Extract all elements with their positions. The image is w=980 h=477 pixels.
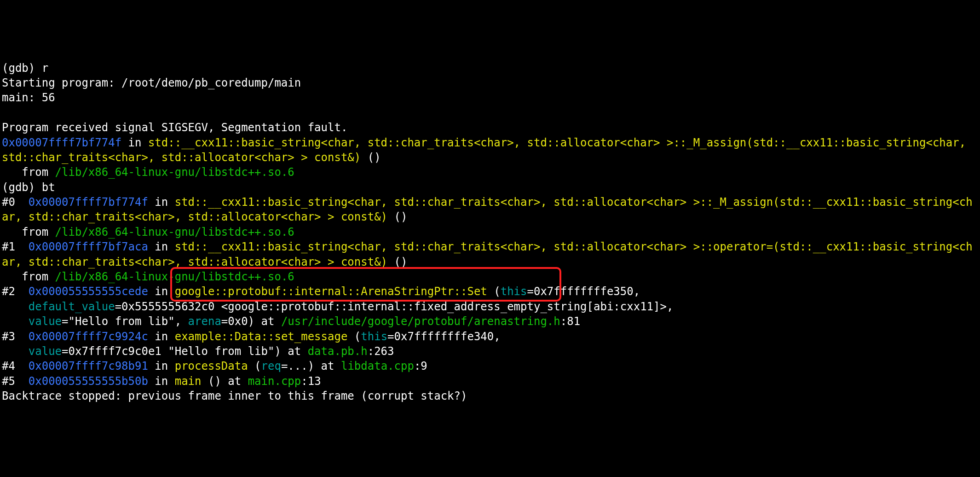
terminal-output: (gdb) r Starting program: /root/demo/pb_…	[2, 61, 978, 404]
in-keyword: in	[148, 196, 175, 209]
in-keyword: in	[148, 285, 175, 298]
in-keyword: in	[148, 360, 175, 372]
frame-5-address: 0x000055555555b50b	[29, 375, 148, 388]
indent	[2, 315, 29, 328]
paren-open: (	[347, 330, 361, 343]
param-value: ="Hello from lib",	[62, 315, 188, 328]
in-keyword: in	[148, 240, 175, 253]
parens: ()	[387, 256, 407, 268]
param-this: this	[501, 285, 527, 298]
frame-3-function: example::Data::set_message	[175, 330, 348, 343]
frame-2-function: google::protobuf::internal::ArenaStringP…	[175, 285, 487, 298]
indent	[2, 300, 29, 313]
from-keyword: from	[2, 166, 55, 179]
paren-open: (	[248, 360, 261, 372]
indent	[2, 345, 29, 358]
frame-number-0: #0	[2, 196, 29, 209]
param-value: =...) at	[281, 360, 341, 372]
from-keyword: from	[2, 270, 55, 283]
frame-3-line: :263	[368, 345, 394, 358]
from-keyword: from	[2, 226, 55, 238]
frame-0-path: /lib/x86_64-linux-gnu/libstdc++.so.6	[55, 226, 294, 238]
frame-number-3: #3	[2, 330, 29, 343]
frame-number-5: #5	[2, 375, 29, 388]
param-default-value: default_value	[29, 300, 115, 313]
crash-address: 0x00007ffff7bf774f	[2, 136, 121, 149]
frame-number-1: #1	[2, 240, 29, 253]
frame-2-line: :81	[560, 315, 580, 328]
param-value: =0x7ffffffffe350,	[527, 285, 647, 298]
frame-0-address: 0x00007ffff7bf774f	[29, 196, 148, 209]
frame-5-file: main.cpp	[248, 375, 301, 388]
gdb-cmd-run: r	[42, 62, 48, 75]
frame-4-line: :9	[414, 360, 427, 372]
in-keyword: in	[121, 136, 148, 149]
parens: ()	[387, 210, 407, 223]
frame-2-address: 0x000055555555cede	[29, 285, 148, 298]
gdb-prompt: (gdb)	[2, 62, 42, 75]
main-output: main: 56	[2, 91, 55, 104]
signal-received: Program received signal SIGSEGV, Segment…	[2, 121, 347, 134]
parens: ()	[361, 151, 380, 164]
in-keyword: in	[148, 375, 175, 388]
gdb-cmd-bt: bt	[42, 181, 55, 194]
frame-number-4: #4	[2, 360, 29, 372]
frame-3-address: 0x00007ffff7c9924c	[29, 330, 148, 343]
frame-4-file: libdata.cpp	[341, 360, 414, 372]
param-arena: arena	[188, 315, 221, 328]
frame-3-file: data.pb.h	[308, 345, 368, 358]
frame-4-function: processData	[175, 360, 248, 372]
gdb-prompt: (gdb)	[2, 181, 42, 194]
frame-5-line: :13	[301, 375, 321, 388]
frame-4-address: 0x00007ffff7c98b91	[29, 360, 148, 372]
param-value: =0x7ffffffffe340,	[387, 330, 507, 343]
starting-program: Starting program: /root/demo/pb_coredump…	[2, 76, 301, 89]
param-value: =0x5555555632c0 <google::protobuf::inter…	[115, 300, 680, 313]
backtrace-stopped: Backtrace stopped: previous frame inner …	[2, 390, 467, 402]
param-value-name: value	[29, 345, 62, 358]
paren-open: (	[487, 285, 501, 298]
frame-2-file: /usr/include/google/protobuf/arenastring…	[281, 315, 560, 328]
param-this: this	[361, 330, 387, 343]
frame-number-2: #2	[2, 285, 29, 298]
frame-1-address: 0x00007ffff7bf7aca	[29, 240, 148, 253]
param-value: =0x7ffff7c9c0e1 "Hello from lib") at	[62, 345, 308, 358]
param-value: =0x0) at	[221, 315, 281, 328]
frame-5-function: main	[175, 375, 202, 388]
at-keyword: () at	[201, 375, 248, 388]
crash-library-path: /lib/x86_64-linux-gnu/libstdc++.so.6	[55, 166, 294, 179]
frame-1-path: /lib/x86_64-linux-gnu/libstdc++.so.6	[55, 270, 294, 283]
param-req: req	[261, 360, 281, 372]
in-keyword: in	[148, 330, 175, 343]
param-value-name: value	[29, 315, 62, 328]
